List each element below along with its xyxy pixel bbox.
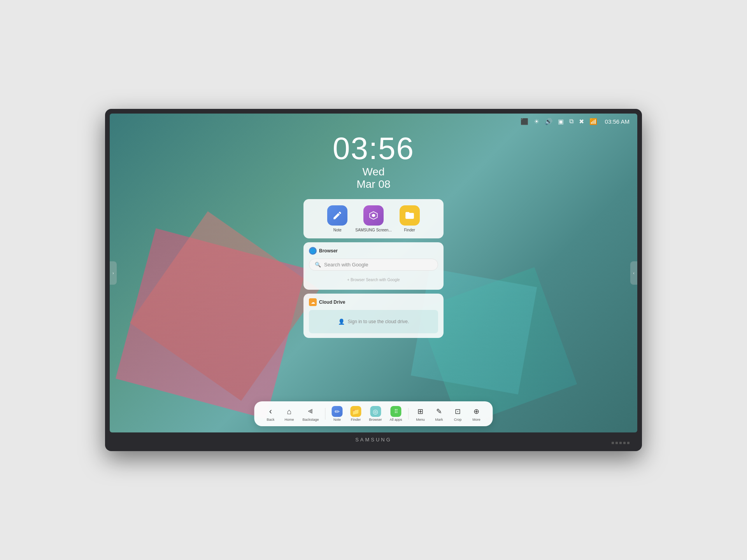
taskbar-allapps[interactable]: ⠿ All apps bbox=[387, 404, 405, 423]
taskbar-mark[interactable]: ✎ Mark bbox=[431, 404, 448, 423]
browser-header: 🌐 Browser bbox=[309, 247, 438, 255]
taskbar-finder[interactable]: 📁 Finder bbox=[347, 404, 364, 423]
app-finder[interactable]: Finder bbox=[400, 205, 420, 232]
left-handle[interactable]: › bbox=[110, 261, 117, 285]
caption-icon: ⬛ bbox=[521, 118, 528, 125]
port-4 bbox=[623, 442, 626, 444]
taskbar: ‹ Back ⌂ Home ⫷ Backstage ✏ Note 📁 Finde… bbox=[254, 401, 493, 426]
status-bar: ⬛ ☀ 🔊 ▣ ⧉ ✖ 📶 03:56 AM bbox=[110, 114, 637, 129]
tv-bottom-bezel: SAMSUNG bbox=[110, 432, 637, 446]
taskbar-note[interactable]: ✏ Note bbox=[328, 404, 345, 423]
more-icon: ⊕ bbox=[471, 406, 482, 417]
port-5 bbox=[627, 442, 630, 444]
clock-date: Wed Mar 08 bbox=[333, 166, 414, 191]
bluetooth-icon: ✖ bbox=[579, 118, 584, 125]
crop-label: Crop bbox=[454, 418, 462, 422]
browser-widget: 🌐 Browser 🔍 Search with Google + Browser… bbox=[303, 242, 444, 290]
app-samsung-screen[interactable]: SAMSUNG Screen... bbox=[355, 205, 391, 232]
taskbar-divider-2 bbox=[409, 408, 409, 420]
back-label: Back bbox=[267, 418, 274, 422]
taskbar-home[interactable]: ⌂ Home bbox=[281, 404, 298, 423]
backstage-icon: ⫷ bbox=[305, 406, 316, 417]
clock-time: 03:56 bbox=[333, 133, 414, 164]
search-placeholder-text: Search with Google bbox=[324, 262, 368, 268]
cloud-signin-text: Sign in to use the cloud drive. bbox=[348, 319, 409, 324]
note-app-label: Note bbox=[333, 228, 342, 232]
pip-icon: ⧉ bbox=[569, 118, 573, 125]
note-app-icon bbox=[327, 205, 347, 226]
status-icons: ⬛ ☀ 🔊 ▣ ⧉ ✖ 📶 03:56 AM bbox=[521, 118, 630, 125]
backstage-label: Backstage bbox=[302, 418, 319, 422]
taskbar-menu[interactable]: ⊞ Menu bbox=[412, 404, 429, 423]
samsung-brand: SAMSUNG bbox=[355, 437, 392, 443]
samsung-screen-label: SAMSUNG Screen... bbox=[355, 228, 391, 232]
taskbar-back[interactable]: ‹ Back bbox=[262, 404, 279, 423]
port-3 bbox=[619, 442, 622, 444]
right-handle[interactable]: ‹ bbox=[630, 261, 637, 285]
cloud-widget-title: Cloud Drive bbox=[319, 299, 345, 305]
taskbar-browser[interactable]: ◎ Browser bbox=[366, 404, 385, 423]
finder-app-icon bbox=[400, 205, 420, 226]
allapps-icon: ⠿ bbox=[391, 406, 402, 417]
allapps-label: All apps bbox=[390, 418, 402, 422]
taskbar-divider-1 bbox=[325, 408, 325, 420]
browser-widget-title: Browser bbox=[319, 248, 338, 254]
search-icon: 🔍 bbox=[315, 262, 321, 268]
back-icon: ‹ bbox=[265, 406, 276, 417]
status-time: 03:56 AM bbox=[605, 118, 630, 125]
tv-screen: ⬛ ☀ 🔊 ▣ ⧉ ✖ 📶 03:56 AM › ‹ 03:56 Wed Mar… bbox=[110, 114, 637, 432]
browser-hint: + Browser Search with Google bbox=[309, 275, 438, 285]
samsung-screen-icon bbox=[363, 205, 384, 226]
cloud-header: ☁ Cloud Drive bbox=[309, 298, 438, 306]
screen-icon: ▣ bbox=[558, 118, 564, 125]
home-label: Home bbox=[284, 418, 294, 422]
browser-tb-label: Browser bbox=[369, 418, 382, 422]
menu-icon: ⊞ bbox=[415, 406, 426, 417]
cloud-widget-icon: ☁ bbox=[309, 298, 317, 306]
taskbar-crop[interactable]: ⊡ Crop bbox=[449, 404, 466, 423]
cloud-user-icon: 👤 bbox=[338, 318, 345, 325]
port-2 bbox=[615, 442, 618, 444]
tv-outer: ⬛ ☀ 🔊 ▣ ⧉ ✖ 📶 03:56 AM › ‹ 03:56 Wed Mar… bbox=[105, 109, 642, 451]
cloud-body: 👤 Sign in to use the cloud drive. bbox=[309, 310, 438, 333]
note-icon: ✏ bbox=[331, 406, 342, 417]
wifi-icon: 📶 bbox=[589, 118, 597, 125]
finder-tb-icon: 📁 bbox=[350, 406, 361, 417]
mark-label: Mark bbox=[435, 418, 443, 422]
crop-icon: ⊡ bbox=[452, 406, 463, 417]
taskbar-more[interactable]: ⊕ More bbox=[468, 404, 485, 423]
more-label: More bbox=[472, 418, 480, 422]
browser-widget-icon: 🌐 bbox=[309, 247, 317, 255]
app-note[interactable]: Note bbox=[327, 205, 347, 232]
widgets-container: Note SAMSUNG Screen... bbox=[303, 199, 444, 338]
volume-icon: 🔊 bbox=[545, 118, 552, 125]
home-icon: ⌂ bbox=[284, 406, 295, 417]
cloud-widget: ☁ Cloud Drive 👤 Sign in to use the cloud… bbox=[303, 294, 444, 338]
browser-tb-icon: ◎ bbox=[370, 406, 381, 417]
finder-tb-label: Finder bbox=[351, 418, 361, 422]
brightness-icon: ☀ bbox=[534, 118, 539, 125]
bottom-ports bbox=[612, 442, 630, 444]
search-bar[interactable]: 🔍 Search with Google bbox=[309, 259, 438, 271]
finder-app-label: Finder bbox=[404, 228, 415, 232]
apps-widget: Note SAMSUNG Screen... bbox=[303, 199, 444, 238]
port-1 bbox=[612, 442, 614, 444]
mark-icon: ✎ bbox=[434, 406, 445, 417]
clock-area: 03:56 Wed Mar 08 bbox=[333, 133, 414, 191]
note-label: Note bbox=[333, 418, 341, 422]
taskbar-backstage[interactable]: ⫷ Backstage bbox=[299, 404, 322, 423]
menu-label: Menu bbox=[416, 418, 425, 422]
